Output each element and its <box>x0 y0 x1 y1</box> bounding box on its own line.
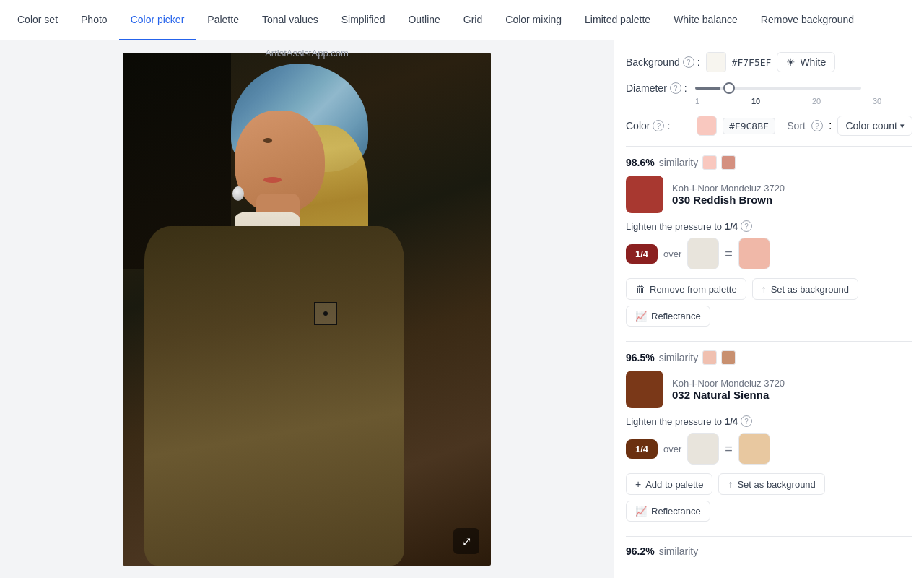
action-btns-1: 🗑 Remove from palette ↑ Set as backgroun… <box>626 278 912 300</box>
diameter-help-icon[interactable]: ? <box>670 82 681 94</box>
fraction-badge-1: 1/4 <box>626 244 658 264</box>
painting-container: ⤢ <box>123 53 491 566</box>
chart-icon-1: 📈 <box>635 311 647 322</box>
nav-color-mixing[interactable]: Color mixing <box>494 0 573 40</box>
color-info-row-2: Koh-I-Noor Mondeluz 3720 032 Natural Sie… <box>626 371 912 408</box>
equals-1: = <box>725 246 733 262</box>
reflectance-btn-1[interactable]: 📈 Reflectance <box>626 306 710 327</box>
big-swatch-1 <box>626 176 663 213</box>
nav-simplified[interactable]: Simplified <box>330 0 397 40</box>
color-name-block-1: Koh-I-Noor Mondeluz 3720 030 Reddish Bro… <box>672 183 785 206</box>
plus-icon: + <box>635 478 641 490</box>
nav-tonal-values[interactable]: Tonal values <box>250 0 330 40</box>
fraction-badge-2: 1/4 <box>626 439 658 459</box>
equals-2: = <box>725 441 733 457</box>
result-card-3-preview: 96.2% similarity <box>626 545 912 557</box>
similarity-pct-3: 96.2% <box>626 545 655 557</box>
base-swatch-2 <box>687 433 719 465</box>
base-swatch-1 <box>687 238 719 269</box>
action-btns-2: + Add to palette ↑ Set as background <box>626 473 912 495</box>
color-name-2: 032 Natural Sienna <box>672 389 785 401</box>
set-as-background-btn-1[interactable]: ↑ Set as background <box>752 278 858 300</box>
mixing-row-2: 1/4 over = <box>626 433 912 465</box>
nav-grid[interactable]: Grid <box>452 0 494 40</box>
sim-swatch-2b <box>721 350 736 365</box>
diameter-slider[interactable] <box>695 87 861 90</box>
color-picker-cursor[interactable] <box>314 302 337 325</box>
remove-from-palette-btn[interactable]: 🗑 Remove from palette <box>626 278 746 300</box>
divider-3 <box>626 536 912 537</box>
results-scroll-area[interactable]: 98.6% similarity Koh-I-Noor Mondeluz 372… <box>626 155 912 571</box>
canvas-area[interactable]: ArtistAssistApp.com <box>0 40 614 578</box>
white-icon: ☀ <box>786 56 796 68</box>
color-name-1: 030 Reddish Brown <box>672 194 785 206</box>
reflectance-btn-2[interactable]: 📈 Reflectance <box>626 501 710 522</box>
lighten-help-icon-1[interactable]: ? <box>741 220 752 232</box>
nav-remove-background[interactable]: Remove background <box>749 0 866 40</box>
color-hex: #F9C8BF <box>723 118 775 134</box>
slider-label-20: 20 <box>801 97 832 105</box>
top-nav: Color set Photo Color picker Palette Ton… <box>0 0 924 40</box>
background-hex: #F7F5EF <box>732 57 772 68</box>
nav-outline[interactable]: Outline <box>396 0 451 40</box>
similarity-row-2: 96.5% similarity <box>626 350 912 365</box>
sim-swatch-1b <box>721 155 736 170</box>
lighten-text-1: Lighten the pressure to 1/4 ? <box>626 220 912 232</box>
divider-2 <box>626 341 912 342</box>
add-to-palette-btn[interactable]: + Add to palette <box>626 473 712 495</box>
divider-1 <box>626 146 912 147</box>
lighten-help-icon-2[interactable]: ? <box>741 415 752 427</box>
over-word-2: over <box>663 444 681 454</box>
similarity-label-2: similarity <box>659 352 698 363</box>
chart-icon-2: 📈 <box>635 506 647 517</box>
slider-label-30: 30 <box>861 97 893 105</box>
over-word-1: over <box>663 249 681 259</box>
watermark: ArtistAssistApp.com <box>265 48 349 59</box>
background-label: Background ?: <box>626 56 700 68</box>
reflectance-row-1: 📈 Reflectance <box>626 306 912 327</box>
mixing-row-1: 1/4 over = <box>626 238 912 269</box>
background-color-swatch[interactable] <box>706 52 726 72</box>
color-swatch[interactable] <box>697 116 717 136</box>
painting[interactable] <box>123 53 491 566</box>
sim-swatch-1a <box>702 155 717 170</box>
main-layout: ArtistAssistApp.com <box>0 40 924 578</box>
similarity-row-3: 96.2% similarity <box>626 545 912 557</box>
color-name-block-2: Koh-I-Noor Mondeluz 3720 032 Natural Sie… <box>672 378 785 401</box>
similarity-label-1: similarity <box>659 157 698 168</box>
expand-button[interactable]: ⤢ <box>453 528 479 554</box>
nav-palette[interactable]: Palette <box>196 0 250 40</box>
color-label: Color ?: <box>626 120 691 131</box>
nav-photo[interactable]: Photo <box>69 0 119 40</box>
nav-color-set[interactable]: Color set <box>6 0 69 40</box>
similarity-pct-2: 96.5% <box>626 352 655 363</box>
color-help-icon[interactable]: ? <box>653 120 664 131</box>
nav-white-balance[interactable]: White balance <box>662 0 749 40</box>
right-panel: Background ?: #F7F5EF ☀ White Diameter ?… <box>614 40 924 578</box>
set-as-background-btn-2[interactable]: ↑ Set as background <box>718 473 824 495</box>
result-swatch-2 <box>738 433 770 465</box>
cursor-dot <box>323 311 328 316</box>
result-card-2: 96.5% similarity Koh-I-Noor Mondeluz 372… <box>626 350 912 522</box>
brand-name-1: Koh-I-Noor Mondeluz 3720 <box>672 183 785 194</box>
white-button[interactable]: ☀ White <box>777 52 835 72</box>
chevron-down-icon: ▾ <box>900 121 905 131</box>
background-help-icon[interactable]: ? <box>683 56 694 68</box>
color-control-row: Color ?: #F9C8BF Sort ?: Color count ▾ <box>626 116 912 136</box>
nav-limited-palette[interactable]: Limited palette <box>573 0 662 40</box>
sim-swatch-2a <box>702 350 717 365</box>
sort-label: Sort <box>787 120 806 131</box>
diameter-label: Diameter ?: <box>626 82 691 94</box>
slider-label-40: 40 <box>919 97 924 105</box>
diameter-control-row: Diameter ?: 1 10 20 30 40 50 <box>626 82 912 105</box>
sort-dropdown[interactable]: Color count ▾ <box>837 116 912 136</box>
reflectance-row-2: 📈 Reflectance <box>626 501 912 522</box>
slider-label-1: 1 <box>695 97 704 105</box>
sort-help-icon[interactable]: ? <box>811 120 823 131</box>
brand-name-2: Koh-I-Noor Mondeluz 3720 <box>672 378 785 389</box>
lighten-text-2: Lighten the pressure to 1/4 ? <box>626 415 912 427</box>
result-swatch-1 <box>738 238 770 269</box>
similarity-pct-1: 98.6% <box>626 157 655 168</box>
nav-color-picker[interactable]: Color picker <box>119 0 196 40</box>
color-info-row-1: Koh-I-Noor Mondeluz 3720 030 Reddish Bro… <box>626 176 912 213</box>
